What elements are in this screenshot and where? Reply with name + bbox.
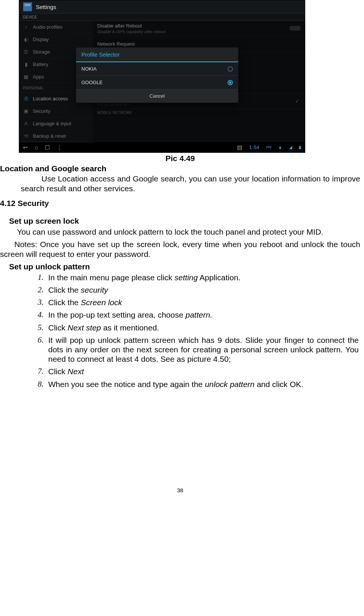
list-item: 8. When you see the notice and type agai… (38, 379, 359, 389)
profile-selector-dialog: Profile Selector NOKIA GOOGLE Cancel (76, 47, 239, 103)
list-number: 6. (38, 335, 44, 345)
heading-location-search: Location and Google search (0, 164, 360, 173)
list-item: 4. In the pop-up text setting area, choo… (38, 310, 359, 320)
dialog-cancel-button[interactable]: Cancel (76, 89, 238, 103)
list-item: 5. Click Next step as it mentioned. (38, 323, 359, 332)
system-navbar: ↩ ⌂ ☐ ⋮ ▤ 1:54 PM ▲ ◢ ▮ (19, 141, 305, 152)
list-item: 6. It will pop up unlock pattern screen … (38, 335, 359, 364)
subheading-screen-lock: Set up screen lock (9, 216, 360, 226)
body-area: ♪ Audio profiles ◐ Display ☰ Storage ▮ B… (19, 21, 305, 141)
titlebar: Settings (19, 0, 305, 13)
recent-icon[interactable]: ☐ (45, 144, 50, 150)
option-label: GOOGLE (81, 80, 102, 85)
menu-icon[interactable]: ⋮ (57, 144, 62, 150)
wifi-icon: ▲ (278, 145, 282, 149)
battery-status-icon: ▮ (299, 145, 301, 149)
option-label: NOKIA (81, 66, 96, 72)
list-number: 2. (38, 285, 44, 295)
dialog-option-nokia[interactable]: NOKIA (76, 62, 238, 76)
list-number: 3. (38, 298, 44, 307)
paragraph-notes: Notes: Once you have set up the screen l… (0, 240, 360, 258)
section-device-label: DEVICE (19, 13, 305, 21)
list-item: 3. Click the Screen lock (38, 298, 359, 307)
home-icon[interactable]: ⌂ (35, 144, 38, 150)
figure-caption: Pic 4.49 (0, 154, 360, 163)
list-number: 4. (38, 310, 44, 320)
radio-on-icon (228, 80, 233, 85)
list-number: 8. (38, 379, 44, 389)
list-item: 1. In the main menu page please click se… (38, 273, 359, 282)
dialog-option-google[interactable]: GOOGLE (76, 76, 238, 89)
nav-right: ▤ 1:54 PM ▲ ◢ ▮ (237, 144, 301, 150)
paragraph: You can use password and unlock pattern … (0, 227, 360, 237)
clock-time: 1:54 (249, 145, 259, 150)
paragraph: Use Location access and Google search, y… (0, 174, 360, 193)
list-item: 2. Click the security (38, 285, 359, 295)
dialog-title: Profile Selector (76, 48, 238, 62)
subheading-unlock-pattern: Set up unlock pattern (9, 262, 360, 271)
list-number: 1. (38, 273, 44, 282)
embedded-screenshot: Settings DEVICE ♪ Audio profiles ◐ Displ… (19, 0, 305, 153)
numbered-list: 1. In the main menu page please click se… (0, 273, 360, 389)
clock-pm: PM (266, 146, 272, 149)
section-title-security: 4.12 Security (0, 198, 360, 208)
sd-icon: ▤ (237, 144, 242, 150)
app-title: Settings (36, 4, 56, 10)
list-number: 7. (38, 367, 44, 376)
radio-off-icon (228, 66, 233, 72)
document-body: Pic 4.49 Location and Google search Use … (0, 154, 360, 494)
settings-app-icon (23, 2, 32, 11)
page-number: 38 (0, 487, 360, 494)
signal-icon: ◢ (289, 145, 292, 149)
back-icon[interactable]: ↩ (23, 144, 28, 150)
list-number: 5. (38, 323, 44, 332)
nav-left: ↩ ⌂ ☐ ⋮ (23, 144, 62, 150)
list-item: 7. Click Next (38, 367, 359, 376)
